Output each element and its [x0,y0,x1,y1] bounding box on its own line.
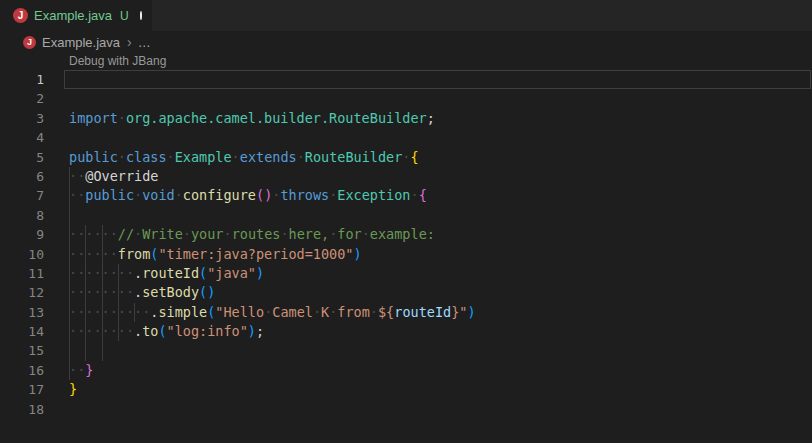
whitespace-dots: ·· [69,362,85,378]
indent-guide [118,322,119,341]
line-number[interactable]: 9 [0,225,44,244]
code-line[interactable]: 13··········.simple("Hello·Camel·K·from·… [0,303,812,322]
code-token: extends [240,149,297,165]
code-line[interactable]: 6··@Override [0,167,812,186]
code-text[interactable]: ··@Override [69,167,812,186]
code-text[interactable] [69,206,812,225]
code-token: ) [467,304,475,320]
code-token: { [410,149,418,165]
code-token: @Override [85,168,158,184]
code-line[interactable]: 12········.setBody() [0,283,812,302]
code-text[interactable]: ··········.simple("Hello·Camel·K·from·${… [69,303,812,322]
code-token: . [134,323,142,339]
code-token: Write [142,226,183,242]
tab-filename: Example.java [34,8,112,23]
code-text[interactable]: ··} [69,361,812,380]
code-text[interactable] [69,70,812,89]
code-token: routeId [142,265,199,281]
code-token: ) [248,323,256,339]
breadcrumb-file[interactable]: Example.java [42,35,120,50]
code-lines: 123import·org.apache.camel.builder.Route… [0,70,812,419]
indent-guide [85,322,86,341]
whitespace-dots: · [118,110,126,126]
code-token: to [142,323,158,339]
line-number[interactable]: 6 [0,167,44,186]
line-number[interactable]: 14 [0,322,44,341]
code-token: from [118,246,151,262]
code-text[interactable]: ········.to("log:info"); [69,322,812,341]
code-line[interactable]: 7··public·void·configure()·throws·Except… [0,186,812,205]
code-line[interactable]: 8 [0,206,812,225]
code-text[interactable]: ········.setBody() [69,283,812,302]
code-text[interactable] [69,128,812,147]
code-text[interactable] [69,89,812,108]
code-text[interactable] [69,341,812,360]
code-line[interactable]: 15 [0,341,812,360]
line-number[interactable]: 16 [0,361,44,380]
code-text[interactable]: public·class·Example·extends·RouteBuilde… [69,148,812,167]
code-line[interactable]: 14········.to("log:info"); [0,322,812,341]
tab-example-java[interactable]: J Example.java U [0,0,152,31]
code-line[interactable]: 16··} [0,361,812,380]
indent-guide [69,225,70,244]
code-token: for [337,226,361,242]
code-text[interactable]: } [69,380,812,399]
code-text[interactable]: ······from("timer:java?period=1000") [69,245,812,264]
line-number[interactable]: 3 [0,109,44,128]
code-line[interactable]: 1 [0,70,812,89]
code-token: () [256,187,272,203]
line-number[interactable]: 12 [0,283,44,302]
code-token: } [69,381,77,397]
line-number[interactable]: 2 [0,89,44,108]
code-line[interactable]: 9······//·Write·your·routes·here,·for·ex… [0,225,812,244]
codelens-debug-with-jbang[interactable]: Debug with JBang [69,54,166,68]
indent-guide [69,361,70,380]
code-line[interactable]: 17} [0,380,812,399]
line-number[interactable]: 1 [0,70,44,89]
whitespace-dots: · [362,226,370,242]
code-token: "timer:java?period=1000" [158,246,353,262]
indent-guide [102,341,103,360]
code-line[interactable]: 11········.routeId("java") [0,264,812,283]
code-token: routes [232,226,281,242]
code-line[interactable]: 10······from("timer:java?period=1000") [0,245,812,264]
line-number[interactable]: 5 [0,148,44,167]
code-text[interactable]: ······//·Write·your·routes·here,·for·exa… [69,225,812,244]
indent-guide [69,303,70,322]
line-number[interactable]: 8 [0,206,44,225]
whitespace-dots: · [175,187,183,203]
whitespace-dots: ·· [69,168,85,184]
code-token: "Hello [215,304,264,320]
code-token: simple [158,304,207,320]
code-editor[interactable]: 123import·org.apache.camel.builder.Route… [0,70,812,419]
whitespace-dots: · [134,187,142,203]
code-token: setBody [142,284,199,300]
line-number[interactable]: 18 [0,400,44,419]
line-number[interactable]: 17 [0,380,44,399]
indent-guide [69,206,70,225]
code-text[interactable]: ··public·void·configure()·throws·Excepti… [69,186,812,205]
code-text[interactable]: ········.routeId("java") [69,264,812,283]
line-number[interactable]: 7 [0,186,44,205]
indent-guide [102,283,103,302]
indent-guide [118,264,119,283]
code-token: () [199,284,215,300]
breadcrumb-more[interactable]: … [138,35,151,50]
line-number[interactable]: 11 [0,264,44,283]
code-text[interactable] [69,400,812,419]
code-text[interactable]: import·org.apache.camel.builder.RouteBui… [69,109,812,128]
modified-dot-icon[interactable] [140,11,142,20]
code-line[interactable]: 2 [0,89,812,108]
line-number[interactable]: 4 [0,128,44,147]
whitespace-dots: · [223,226,231,242]
code-line[interactable]: 5public·class·Example·extends·RouteBuild… [0,148,812,167]
code-line[interactable]: 18 [0,400,812,419]
line-number[interactable]: 15 [0,341,44,360]
code-line[interactable]: 3import·org.apache.camel.builder.RouteBu… [0,109,812,128]
code-token: throws [280,187,329,203]
code-token: routeId [394,304,451,320]
code-line[interactable]: 4 [0,128,812,147]
line-number[interactable]: 10 [0,245,44,264]
indent-guide [85,245,86,264]
line-number[interactable]: 13 [0,303,44,322]
